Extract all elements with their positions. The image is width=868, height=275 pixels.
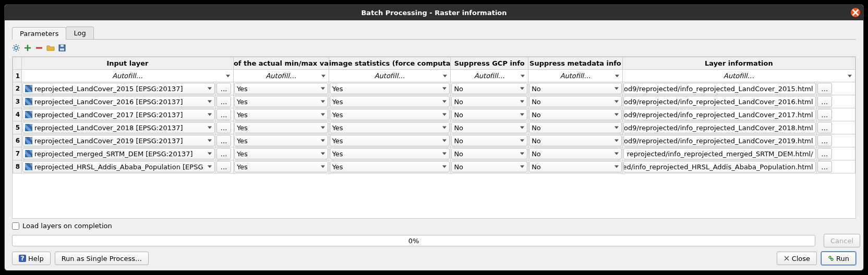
autofill-gcp[interactable]: Autofill… xyxy=(451,70,528,82)
output-path[interactable]: od9/reprojected/info_reprojected_LandCov… xyxy=(623,96,816,107)
tab-log[interactable]: Log xyxy=(66,27,93,39)
autofill-meta[interactable]: Autofill… xyxy=(528,70,623,82)
gcp-combo[interactable]: No xyxy=(451,122,527,133)
input-layer-combo[interactable]: reprojected_HRSL_Addis_Ababa_Population … xyxy=(22,161,215,172)
row-number: 3 xyxy=(13,95,22,108)
minmax-combo[interactable]: Yes xyxy=(234,161,328,172)
row-number: 5 xyxy=(13,121,22,134)
close-icon[interactable] xyxy=(851,8,860,17)
browse-output-button[interactable]: … xyxy=(817,96,832,107)
layer-name: reprojected_merged_SRTM_DEM [EPSG:20137] xyxy=(34,150,193,158)
gcp-combo[interactable]: No xyxy=(451,109,527,120)
output-path[interactable]: /reprojected/info_reprojected_merged_SRT… xyxy=(623,148,816,159)
layer-name: reprojected_LandCover_2016 [EPSG:20137] xyxy=(34,98,183,106)
browse-layer-button[interactable]: … xyxy=(216,83,231,94)
browse-layer-button[interactable]: … xyxy=(216,161,231,172)
stats-combo[interactable]: Yes xyxy=(330,135,450,146)
stats-combo[interactable]: Yes xyxy=(330,148,450,159)
svg-point-0 xyxy=(15,46,18,49)
input-layer-combo[interactable]: reprojected_merged_SRTM_DEM [EPSG:20137] xyxy=(22,148,215,159)
col-meta[interactable]: Suppress metadata info xyxy=(528,57,623,70)
autofill-output[interactable]: Autofill… xyxy=(622,70,855,82)
stats-combo[interactable]: Yes xyxy=(330,83,450,94)
minmax-combo[interactable]: Yes xyxy=(234,83,328,94)
gcp-combo[interactable]: No xyxy=(451,83,527,94)
gear-icon[interactable] xyxy=(12,44,20,52)
autofill-minmax[interactable]: Autofill… xyxy=(233,70,329,82)
browse-layer-button[interactable]: … xyxy=(216,148,231,159)
input-layer-combo[interactable]: reprojected_LandCover_2019 [EPSG:20137] xyxy=(22,135,215,146)
output-path[interactable]: od9/reprojected/info_reprojected_LandCov… xyxy=(623,135,816,146)
output-path[interactable]: od9/reprojected/info_reprojected_LandCov… xyxy=(623,109,816,120)
minmax-combo[interactable]: Yes xyxy=(234,122,328,133)
meta-combo[interactable]: No xyxy=(529,83,622,94)
meta-combo[interactable]: No xyxy=(529,96,622,107)
layer-name: reprojected_HRSL_Addis_Ababa_Population … xyxy=(34,163,203,171)
help-button[interactable]: ? Help xyxy=(12,252,51,265)
stats-combo[interactable]: Yes xyxy=(330,96,450,107)
remove-row-icon[interactable] xyxy=(35,44,43,52)
input-layer-combo[interactable]: reprojected_LandCover_2016 [EPSG:20137] xyxy=(22,96,215,107)
browse-output-button[interactable]: … xyxy=(817,148,832,159)
browse-layer-button[interactable]: … xyxy=(216,135,231,146)
col-input-layer[interactable]: Input layer xyxy=(22,57,234,70)
minmax-combo[interactable]: Yes xyxy=(234,96,328,107)
autofill-input[interactable]: Autofill… xyxy=(22,70,234,82)
minmax-combo[interactable]: Yes xyxy=(234,135,328,146)
load-layers-checkbox-row[interactable]: Load layers on completion xyxy=(12,222,856,230)
raster-icon xyxy=(25,163,32,170)
run-button[interactable]: Run xyxy=(821,252,856,265)
meta-combo[interactable]: No xyxy=(529,161,622,172)
stats-combo[interactable]: Yes xyxy=(330,109,450,120)
gcp-combo[interactable]: No xyxy=(451,96,527,107)
row-number: 7 xyxy=(13,147,22,160)
layer-name: reprojected_LandCover_2017 [EPSG:20137] xyxy=(34,111,183,119)
browse-output-button[interactable]: … xyxy=(817,135,832,146)
gcp-combo[interactable]: No xyxy=(451,161,527,172)
gcp-combo[interactable]: No xyxy=(451,148,527,159)
input-layer-combo[interactable]: reprojected_LandCover_2015 [EPSG:20137] xyxy=(22,83,215,94)
output-path[interactable]: ed/info_reprojected_HRSL_Addis_Ababa_Pop… xyxy=(623,161,816,172)
stats-combo[interactable]: Yes xyxy=(330,122,450,133)
meta-combo[interactable]: No xyxy=(529,135,622,146)
svg-rect-2 xyxy=(61,45,64,47)
col-layer-info[interactable]: Layer information xyxy=(622,57,855,70)
browse-layer-button[interactable]: … xyxy=(216,122,231,133)
bottom-bar: ? Help Run as Single Process… Close Run xyxy=(12,252,856,265)
minmax-combo[interactable]: Yes xyxy=(234,148,328,159)
autofill-stats[interactable]: Autofill… xyxy=(329,70,451,82)
load-layers-checkbox[interactable] xyxy=(12,222,19,230)
browse-output-button[interactable]: … xyxy=(817,109,832,120)
browse-layer-button[interactable]: … xyxy=(216,96,231,107)
output-path[interactable]: od9/reprojected/info_reprojected_LandCov… xyxy=(623,83,816,94)
output-path[interactable]: od9/reprojected/info_reprojected_LandCov… xyxy=(623,122,816,133)
col-stats[interactable]: image statistics (force computa xyxy=(329,57,451,70)
col-gcp[interactable]: Suppress GCP info xyxy=(451,57,528,70)
svg-text:?: ? xyxy=(20,255,25,262)
meta-combo[interactable]: No xyxy=(529,148,622,159)
minmax-combo[interactable]: Yes xyxy=(234,109,328,120)
browse-output-button[interactable]: … xyxy=(817,83,832,94)
stats-combo[interactable]: Yes xyxy=(330,161,450,172)
browse-output-button[interactable]: … xyxy=(817,122,832,133)
col-minmax[interactable]: of the actual min/max va xyxy=(233,57,329,70)
window-title: Batch Processing - Raster information xyxy=(361,9,507,17)
gcp-combo[interactable]: No xyxy=(451,135,527,146)
add-row-icon[interactable] xyxy=(23,44,32,52)
input-layer-combo[interactable]: reprojected_LandCover_2017 [EPSG:20137] xyxy=(22,109,215,120)
close-button[interactable]: Close xyxy=(777,252,817,265)
input-layer-combo[interactable]: reprojected_LandCover_2018 [EPSG:20137] xyxy=(22,122,215,133)
browse-layer-button[interactable]: … xyxy=(216,109,231,120)
layer-name: reprojected_LandCover_2018 [EPSG:20137] xyxy=(34,124,183,132)
table-row: 3reprojected_LandCover_2016 [EPSG:20137]… xyxy=(13,95,855,108)
meta-combo[interactable]: No xyxy=(529,122,622,133)
svg-point-6 xyxy=(829,256,831,258)
meta-combo[interactable]: No xyxy=(529,109,622,120)
save-icon[interactable] xyxy=(58,44,66,52)
row-header-blank xyxy=(13,57,22,70)
run-single-button[interactable]: Run as Single Process… xyxy=(55,252,149,265)
tab-parameters[interactable]: Parameters xyxy=(12,27,66,40)
table-row: 5reprojected_LandCover_2018 [EPSG:20137]… xyxy=(13,121,855,134)
browse-output-button[interactable]: … xyxy=(817,161,832,172)
open-icon[interactable] xyxy=(46,44,55,52)
